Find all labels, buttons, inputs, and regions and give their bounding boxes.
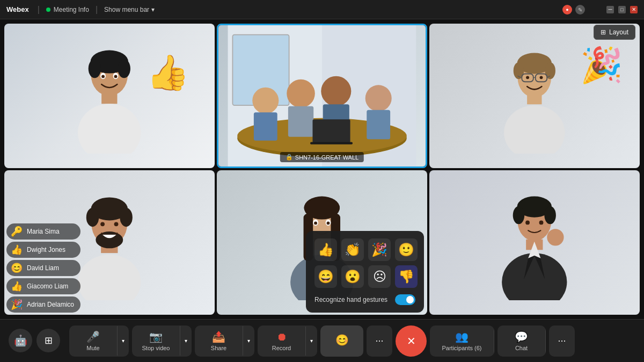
video-cell-3[interactable]: 🎉 [429, 24, 640, 168]
svg-rect-23 [367, 110, 390, 139]
thumbs-overlay: 👍 [147, 53, 189, 93]
reaction-emoji-btn-1[interactable]: 👏 [341, 238, 364, 261]
svg-point-2 [78, 104, 141, 154]
video-btn-group: 📷 Stop video ▾ [132, 325, 192, 357]
meeting-info-btn[interactable]: Meeting Info [46, 6, 89, 13]
video-cell-2[interactable]: 🔒 SHN7-16-GREAT WALL [217, 24, 427, 168]
reactions-list: 🔑Maria Sima👍Dwight Jones😊David Liam👍Giac… [6, 223, 80, 313]
reaction-emoji-btn-7[interactable]: 👎 [395, 265, 418, 288]
more-btn[interactable]: ··· [367, 325, 392, 357]
layout-grid-btn[interactable]: ⊞ [36, 329, 60, 352]
svg-point-22 [365, 85, 392, 111]
bottom-left-icons: 🤖 ⊞ [9, 329, 60, 352]
svg-point-45 [96, 231, 123, 248]
ai-assistant-btn[interactable]: 🤖 [9, 329, 32, 352]
close-btn[interactable]: ✕ [630, 6, 638, 13]
svg-point-20 [321, 76, 351, 106]
svg-point-37 [526, 76, 529, 79]
svg-point-61 [502, 253, 567, 300]
party-overlay: 🎉 [580, 45, 623, 85]
record-dropdown-btn[interactable]: ▾ [306, 325, 317, 357]
reaction-emoji: 🔑 [11, 226, 23, 237]
reaction-name: Adrian Delamico [27, 301, 74, 308]
reaction-emoji-btn-6[interactable]: ☹ [368, 265, 391, 288]
share-dropdown-btn[interactable]: ▾ [243, 325, 254, 357]
record-main-btn[interactable]: ⏺ Record [258, 327, 306, 356]
svg-rect-24 [312, 119, 350, 143]
reaction-name: David Liam [27, 264, 59, 272]
svg-rect-1 [101, 93, 117, 104]
reaction-panel: 👍👏🎉🙂😄😮☹👎 Recognize hand gestures [306, 231, 424, 313]
reaction-emoji: 👍 [11, 244, 23, 256]
svg-point-8 [101, 75, 105, 78]
share-chevron-icon: ▾ [247, 338, 250, 344]
svg-point-9 [114, 75, 118, 78]
share-main-btn[interactable]: 📤 Share [195, 326, 243, 356]
svg-point-38 [540, 76, 543, 79]
separator-1: | [38, 5, 40, 15]
svg-point-66 [513, 206, 525, 224]
record-dot-red: ● [562, 5, 572, 15]
mute-dropdown-btn[interactable]: ▾ [118, 325, 129, 357]
layout-icon: ⊞ [601, 28, 606, 36]
mute-main-btn[interactable]: 🎤 Mute [69, 326, 118, 356]
chat-main-btn[interactable]: 💬 Chat [497, 326, 546, 356]
reaction-name: Maria Sima [27, 228, 60, 235]
reaction-list-item: 🔑Maria Sima [6, 223, 80, 240]
show-menu-btn[interactable]: Show menu bar ▾ [104, 6, 155, 13]
reaction-emoji-btn-4[interactable]: 😄 [314, 265, 337, 288]
svg-point-54 [304, 198, 340, 217]
record-btn-group: ⏺ Record ▾ [258, 325, 317, 357]
reaction-list-item: 😊David Liam [6, 260, 80, 276]
svg-point-4 [89, 59, 101, 78]
minimize-btn[interactable]: ─ [606, 6, 614, 13]
video-dropdown-btn[interactable]: ▾ [180, 325, 192, 357]
reaction-emoji: 👍 [11, 280, 23, 292]
end-call-btn[interactable]: ✕ [396, 325, 427, 357]
titlebar: Webex | Meeting Info | Show menu bar ▾ ●… [0, 0, 644, 19]
participants-btn-group: 👥 Participants (6) [430, 325, 494, 357]
separator-2: | [96, 5, 98, 15]
record-indicators: ● ✎ [562, 5, 585, 15]
video-chevron-icon: ▾ [185, 338, 187, 344]
more-right-btn[interactable]: ··· [549, 325, 575, 357]
svg-point-57 [314, 221, 317, 225]
participants-main-btn[interactable]: 👥 Participants (6) [430, 326, 494, 356]
more-right-icon: ··· [558, 335, 566, 346]
layout-button[interactable]: ⊞ Layout [594, 25, 635, 40]
mute-chevron-icon: ▾ [122, 338, 125, 344]
status-dot [46, 8, 50, 12]
reaction-emoji-btn-3[interactable]: 🙂 [395, 238, 418, 261]
share-btn-group: 📤 Share ▾ [195, 325, 254, 357]
video-cell-1[interactable]: 👍 [4, 24, 215, 168]
svg-point-18 [287, 79, 315, 108]
record-dot-gray: ✎ [575, 5, 585, 15]
video-cell-6[interactable] [429, 170, 640, 315]
person-bg-2 [218, 25, 426, 166]
svg-rect-19 [288, 106, 313, 137]
reaction-emoji-btn-5[interactable]: 😮 [341, 265, 364, 288]
gesture-toggle[interactable] [395, 294, 415, 305]
reaction-emoji-btn-0[interactable]: 👍 [314, 238, 337, 261]
reaction-emoji-btn-2[interactable]: 🎉 [368, 238, 391, 261]
reactions-icon: 😊 [335, 334, 349, 346]
person-bg-1 [4, 24, 215, 168]
svg-rect-25 [310, 142, 353, 144]
video-icon: 📷 [149, 330, 163, 343]
svg-point-47 [114, 222, 119, 226]
reaction-list-item: 🎉Adrian Delamico [6, 296, 80, 313]
reaction-grid: 👍👏🎉🙂😄😮☹👎 [314, 238, 415, 288]
maximize-btn[interactable]: □ [618, 6, 626, 13]
svg-point-43 [86, 208, 99, 227]
record-chevron-icon: ▾ [310, 338, 313, 344]
svg-point-70 [547, 229, 564, 245]
reaction-list-item: 👍Dwight Jones [6, 242, 80, 258]
svg-rect-27 [527, 95, 541, 105]
video-main-btn[interactable]: 📷 Stop video [132, 326, 180, 356]
reactions-btn[interactable]: 😊 [320, 325, 363, 357]
svg-point-68 [525, 220, 530, 225]
svg-point-5 [118, 59, 130, 78]
more-icon: ··· [375, 335, 383, 346]
app-name: Webex [6, 5, 29, 13]
reaction-list-item: 👍Giacomo Liam [6, 278, 80, 294]
